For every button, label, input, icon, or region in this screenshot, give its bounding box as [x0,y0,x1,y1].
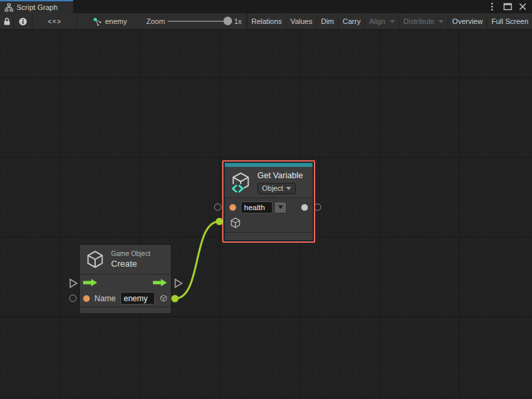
get-variable-footer [225,232,313,240]
chevron-down-icon [278,205,283,209]
zoom-label: Zoom [146,13,165,29]
toolbar-button-fullscreen[interactable]: Full Screen [487,13,532,29]
toolbar-button-distribute[interactable]: Distribute [399,13,448,29]
cube-icon [85,249,105,269]
window-controls [487,0,527,13]
object-input-port[interactable] [229,217,241,229]
code-angle-icon: <×> [48,18,62,25]
create-name-row: Name [80,290,171,307]
toolbar-button-relations[interactable]: Relations [247,13,286,29]
code-button[interactable]: <×> [33,13,76,29]
flow-input-port[interactable] [83,279,98,287]
toolbar-button-overview[interactable]: Overview [448,13,487,29]
chevron-down-icon [390,20,395,23]
toolbar-button-dim[interactable]: Dim [317,13,338,29]
create-flow-row [80,275,171,290]
maximize-icon [503,3,512,11]
toolbar-button-align[interactable]: Align [364,13,398,29]
flow-input-port-external[interactable] [68,278,78,289]
chevron-down-icon [286,187,291,190]
name-input-port-external[interactable] [69,295,76,302]
toolbar: <×> enemy Zoom 1x Relations Values Dim C… [0,13,532,30]
node-title: Create [111,259,150,269]
variable-name-port[interactable] [229,204,236,211]
object-input-row [225,216,313,232]
toolbar-button-group: Relations Values Dim Carry Align Distrib… [247,13,532,29]
lock-button[interactable] [0,13,13,29]
toolbar-button-carry[interactable]: Carry [338,13,364,29]
script-graph-window: Script Graph [0,0,532,399]
create-node-header: Game Object Create [80,245,171,274]
toolbar-button-values[interactable]: Values [286,13,317,29]
get-variable-header: Get Variable Object [225,167,313,198]
create-node[interactable]: Game Object Create Name [80,245,171,313]
menu-icon [491,2,493,11]
tab-script-graph[interactable]: Script Graph [0,0,73,13]
tab-bar: Script Graph [0,0,532,13]
node-category: Game Object [111,250,150,257]
close-button[interactable] [518,1,527,12]
get-variable-node[interactable]: Get Variable Object [222,160,315,243]
close-icon [519,3,527,11]
graph-breadcrumb-icon [92,17,102,27]
gameobject-output-port-connected[interactable] [172,295,179,303]
value-output-port[interactable] [301,204,308,211]
tab-title: Script Graph [17,3,58,11]
info-icon [19,17,27,26]
zoom-value: 1x [234,13,242,29]
create-node-footer [80,307,171,313]
lock-icon [3,17,11,26]
variable-cube-code-icon [229,171,252,194]
maximize-button[interactable] [503,1,512,12]
flow-output-port-external[interactable] [174,278,184,289]
breadcrumb[interactable]: enemy [105,13,127,29]
variable-name-row [225,198,313,216]
variable-name-dropdown-button[interactable] [274,201,287,213]
variable-scope-dropdown[interactable]: Object [257,183,296,194]
script-graph-icon [5,3,13,12]
graph-canvas[interactable]: Game Object Create Name [0,30,532,399]
variable-name-port-external[interactable] [214,203,221,211]
get-variable-body [225,198,313,232]
zoom-slider-handle[interactable] [223,17,232,25]
object-input-port-connected[interactable] [216,218,223,225]
info-button[interactable] [14,13,32,29]
name-input-port[interactable] [83,295,90,302]
variable-name-input[interactable] [241,201,273,213]
name-input[interactable] [120,292,155,305]
gameobject-output-port[interactable] [160,293,168,304]
flow-output-port[interactable] [153,279,168,287]
name-port-label: Name [94,294,116,303]
menu-button[interactable] [487,1,497,12]
node-title: Get Variable [257,171,303,180]
chevron-down-icon [438,20,444,23]
zoom-slider[interactable] [168,21,227,22]
